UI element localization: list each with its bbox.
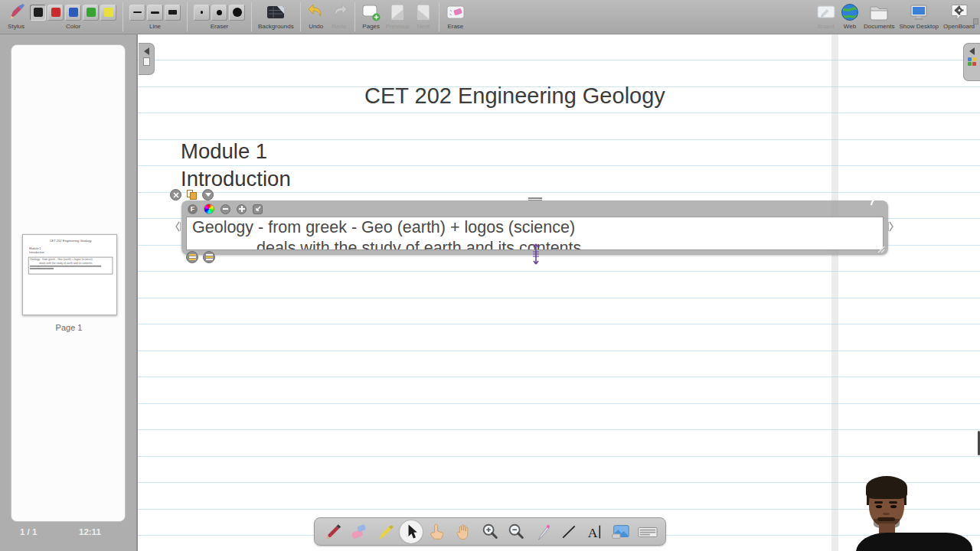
eraser-small-button[interactable] xyxy=(194,5,210,21)
intro-heading[interactable]: Introduction xyxy=(181,167,291,191)
openboard-gear-icon xyxy=(949,3,969,22)
presenter-webcam-overlay xyxy=(841,467,980,551)
line-thin-button[interactable] xyxy=(129,5,145,21)
textbox-menu-button[interactable] xyxy=(202,189,214,201)
increase-font-button[interactable] xyxy=(237,204,247,214)
send-backward-button[interactable] xyxy=(186,251,198,263)
textbox-rotate-handle[interactable] xyxy=(870,196,884,207)
presenter-shoulders xyxy=(856,533,972,551)
eraser-tool-button[interactable] xyxy=(347,520,370,543)
interact-tool-button[interactable] xyxy=(426,520,449,543)
textbox-right-resize-handle[interactable] xyxy=(888,220,894,233)
virtual-keyboard-button[interactable] xyxy=(636,520,659,543)
textbox-outer-controls xyxy=(170,189,214,201)
color-label: Color xyxy=(66,23,80,30)
textbox-corner-resize-handle[interactable] xyxy=(876,244,885,253)
next-button[interactable]: Next xyxy=(414,2,433,30)
pen-tool-button[interactable] xyxy=(321,520,344,543)
zoom-in-icon xyxy=(480,522,500,542)
show-desktop-button[interactable]: Show Desktop xyxy=(899,2,939,30)
bring-forward-button[interactable] xyxy=(203,251,215,263)
previous-button[interactable]: Previous xyxy=(386,2,410,30)
board-mode-label: Board xyxy=(818,23,834,30)
line-thick-button[interactable] xyxy=(165,5,181,21)
stylus-button[interactable]: Stylus xyxy=(7,2,25,30)
textbox-height-resize-handle[interactable] xyxy=(531,243,541,265)
text-color-button[interactable] xyxy=(204,204,214,214)
selector-tool-button[interactable] xyxy=(400,520,423,543)
zoom-out-tool-button[interactable] xyxy=(505,520,528,543)
font-button[interactable]: F xyxy=(188,204,198,214)
thumb-module-heading: Module 1 xyxy=(29,247,41,250)
toolbar-separator xyxy=(251,2,252,31)
board-mode-button[interactable]: Board xyxy=(816,2,836,30)
toolbar-separator xyxy=(354,2,355,31)
color-swatch-blue[interactable] xyxy=(65,5,81,21)
pan-hand-icon-button[interactable] xyxy=(452,520,475,543)
capture-icon xyxy=(611,522,631,542)
documents-mode-button[interactable]: Documents xyxy=(864,2,894,30)
line-tool-button[interactable] xyxy=(557,520,580,543)
backgrounds-icon xyxy=(266,3,286,21)
line-section: Line xyxy=(129,2,181,30)
color-swatch-yellow[interactable] xyxy=(100,5,116,21)
pages-button[interactable]: Pages xyxy=(361,2,381,30)
redo-button[interactable]: Redo xyxy=(330,2,348,30)
textbox-drag-handle[interactable] xyxy=(528,197,542,201)
zoom-in-tool-button[interactable] xyxy=(479,520,501,543)
module-heading[interactable]: Module 1 xyxy=(181,139,267,164)
text-icon: A xyxy=(585,522,605,542)
erase-button[interactable]: Erase xyxy=(446,2,466,30)
textbox-left-resize-handle[interactable] xyxy=(175,220,181,233)
line-medium-button[interactable] xyxy=(147,5,163,21)
stylus-label: Stylus xyxy=(8,23,24,30)
pen-icon xyxy=(322,522,342,542)
page-thumbnail[interactable]: CET 202 Engineering Geology Module 1 Int… xyxy=(22,234,117,315)
toolbar-separator xyxy=(300,2,301,31)
zoom-out-icon xyxy=(506,522,526,542)
library-drawer-collapse-tab[interactable] xyxy=(963,43,980,81)
next-label: Next xyxy=(417,23,430,30)
keyboard-icon xyxy=(637,522,658,542)
pages-label: Pages xyxy=(362,23,380,30)
pages-drawer-icon xyxy=(143,57,150,66)
selected-textbox-frame[interactable]: F Geology - from greek - Geo (earth) + l… xyxy=(181,201,888,255)
top-toolbar: Stylus Color Line xyxy=(0,0,980,34)
color-swatch-red[interactable] xyxy=(47,5,64,21)
color-swatch-black[interactable] xyxy=(30,5,46,21)
line-label: Line xyxy=(149,23,161,30)
web-icon xyxy=(841,3,859,21)
text-tool-button[interactable]: A xyxy=(583,520,606,543)
left-drawer-collapse-tab[interactable] xyxy=(139,43,155,75)
decrease-font-button[interactable] xyxy=(220,204,230,214)
capture-tool-button[interactable] xyxy=(609,520,632,543)
textbox-zorder-controls xyxy=(186,251,215,263)
openboard-menu-button[interactable]: OpenBoard xyxy=(943,2,975,30)
collapse-right-arrow-icon xyxy=(969,47,975,55)
page-title[interactable]: CET 202 Engineering Geology xyxy=(364,83,665,109)
pointer-tool-button[interactable] xyxy=(531,520,554,543)
web-mode-button[interactable]: Web xyxy=(841,2,859,30)
eraser-medium-button[interactable] xyxy=(211,5,227,21)
laser-pointer-icon xyxy=(533,522,553,542)
chevron-down-icon xyxy=(205,193,211,197)
toolbar-overflow-button[interactable] xyxy=(973,18,978,24)
toolbar-separator xyxy=(122,2,123,31)
documents-icon xyxy=(869,3,889,21)
erase-label: Erase xyxy=(447,23,463,30)
thumb-textbox: Geology - from greek - Geo (earth) + log… xyxy=(28,257,113,275)
backgrounds-button[interactable]: Backgrounds xyxy=(258,2,294,30)
highlighter-icon xyxy=(375,522,395,542)
textbox-close-button[interactable] xyxy=(170,189,181,201)
previous-icon xyxy=(388,3,407,22)
color-swatch-green[interactable] xyxy=(83,5,99,21)
highlighter-tool-button[interactable] xyxy=(374,520,397,543)
undo-button[interactable]: Undo xyxy=(307,2,325,30)
page-edge-guide xyxy=(831,34,838,551)
thumb-title: CET 202 Engineering Geology xyxy=(23,239,117,243)
color-section: Color xyxy=(30,2,116,30)
pointing-hand-icon xyxy=(427,522,447,542)
eraser-large-button[interactable] xyxy=(229,5,245,21)
expand-icon[interactable] xyxy=(253,204,263,214)
textbox-duplicate-button[interactable] xyxy=(186,189,198,201)
